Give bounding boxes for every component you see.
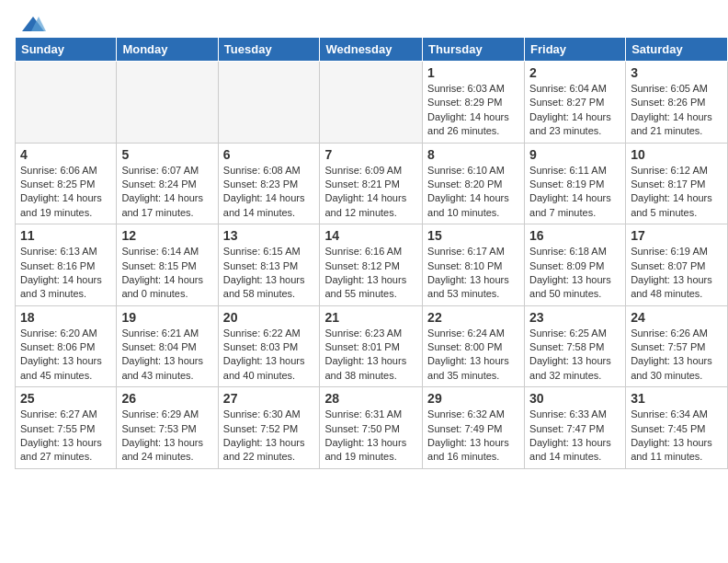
day-cell [218, 62, 320, 144]
day-cell: 4Sunrise: 6:06 AM Sunset: 8:25 PM Daylig… [16, 143, 117, 224]
day-header-monday: Monday [117, 38, 218, 62]
day-cell: 6Sunrise: 6:08 AM Sunset: 8:23 PM Daylig… [218, 143, 320, 224]
day-cell: 26Sunrise: 6:29 AM Sunset: 7:53 PM Dayli… [117, 387, 218, 469]
day-cell: 21Sunrise: 6:23 AM Sunset: 8:01 PM Dayli… [320, 305, 423, 387]
day-number: 18 [20, 310, 111, 325]
day-info: Sunrise: 6:12 AM Sunset: 8:17 PM Dayligh… [631, 164, 722, 221]
day-info: Sunrise: 6:09 AM Sunset: 8:21 PM Dayligh… [324, 164, 417, 221]
day-cell: 2Sunrise: 6:04 AM Sunset: 8:27 PM Daylig… [525, 62, 626, 144]
week-row-2: 4Sunrise: 6:06 AM Sunset: 8:25 PM Daylig… [16, 143, 728, 224]
day-info: Sunrise: 6:21 AM Sunset: 8:04 PM Dayligh… [121, 327, 212, 384]
day-cell: 8Sunrise: 6:10 AM Sunset: 8:20 PM Daylig… [423, 143, 525, 224]
day-number: 23 [529, 310, 620, 325]
header [0, 0, 728, 37]
day-number: 8 [427, 147, 519, 162]
day-info: Sunrise: 6:14 AM Sunset: 8:15 PM Dayligh… [121, 245, 212, 302]
day-cell: 25Sunrise: 6:27 AM Sunset: 7:55 PM Dayli… [16, 387, 117, 469]
day-number: 16 [529, 228, 620, 243]
day-number: 30 [529, 391, 620, 406]
day-cell: 17Sunrise: 6:19 AM Sunset: 8:07 PM Dayli… [626, 224, 728, 306]
day-info: Sunrise: 6:25 AM Sunset: 7:58 PM Dayligh… [529, 327, 620, 384]
day-cell: 27Sunrise: 6:30 AM Sunset: 7:52 PM Dayli… [218, 387, 320, 469]
day-info: Sunrise: 6:33 AM Sunset: 7:47 PM Dayligh… [529, 408, 620, 465]
week-row-5: 25Sunrise: 6:27 AM Sunset: 7:55 PM Dayli… [16, 387, 728, 469]
day-number: 11 [20, 228, 111, 243]
day-info: Sunrise: 6:03 AM Sunset: 8:29 PM Dayligh… [427, 82, 519, 139]
logo-icon [20, 15, 46, 33]
day-number: 19 [121, 310, 212, 325]
day-header-saturday: Saturday [626, 38, 728, 62]
day-cell: 19Sunrise: 6:21 AM Sunset: 8:04 PM Dayli… [117, 305, 218, 387]
day-info: Sunrise: 6:13 AM Sunset: 8:16 PM Dayligh… [20, 245, 111, 302]
day-cell: 11Sunrise: 6:13 AM Sunset: 8:16 PM Dayli… [16, 224, 117, 306]
logo [18, 15, 46, 29]
day-cell: 23Sunrise: 6:25 AM Sunset: 7:58 PM Dayli… [525, 305, 626, 387]
day-header-wednesday: Wednesday [320, 38, 423, 62]
day-number: 5 [121, 147, 212, 162]
day-info: Sunrise: 6:32 AM Sunset: 7:49 PM Dayligh… [427, 408, 519, 465]
day-info: Sunrise: 6:05 AM Sunset: 8:26 PM Dayligh… [631, 82, 722, 139]
day-cell: 3Sunrise: 6:05 AM Sunset: 8:26 PM Daylig… [626, 62, 728, 144]
day-info: Sunrise: 6:30 AM Sunset: 7:52 PM Dayligh… [223, 408, 315, 465]
day-cell [16, 62, 117, 144]
day-info: Sunrise: 6:20 AM Sunset: 8:06 PM Dayligh… [20, 327, 111, 384]
calendar-table: SundayMondayTuesdayWednesdayThursdayFrid… [15, 37, 728, 469]
day-info: Sunrise: 6:22 AM Sunset: 8:03 PM Dayligh… [223, 327, 315, 384]
day-info: Sunrise: 6:08 AM Sunset: 8:23 PM Dayligh… [223, 164, 315, 221]
day-number: 14 [324, 228, 417, 243]
day-cell: 12Sunrise: 6:14 AM Sunset: 8:15 PM Dayli… [117, 224, 218, 306]
day-cell: 14Sunrise: 6:16 AM Sunset: 8:12 PM Dayli… [320, 224, 423, 306]
day-cell: 10Sunrise: 6:12 AM Sunset: 8:17 PM Dayli… [626, 143, 728, 224]
page-container: SundayMondayTuesdayWednesdayThursdayFrid… [0, 0, 728, 477]
day-number: 26 [121, 391, 212, 406]
day-header-thursday: Thursday [423, 38, 525, 62]
day-info: Sunrise: 6:34 AM Sunset: 7:45 PM Dayligh… [631, 408, 722, 465]
day-number: 3 [631, 65, 722, 80]
day-number: 6 [223, 147, 315, 162]
week-row-1: 1Sunrise: 6:03 AM Sunset: 8:29 PM Daylig… [16, 62, 728, 144]
day-header-tuesday: Tuesday [218, 38, 320, 62]
day-cell: 29Sunrise: 6:32 AM Sunset: 7:49 PM Dayli… [423, 387, 525, 469]
day-number: 24 [631, 310, 722, 325]
day-header-friday: Friday [525, 38, 626, 62]
day-number: 12 [121, 228, 212, 243]
day-cell: 20Sunrise: 6:22 AM Sunset: 8:03 PM Dayli… [218, 305, 320, 387]
day-info: Sunrise: 6:27 AM Sunset: 7:55 PM Dayligh… [20, 408, 111, 465]
day-cell: 15Sunrise: 6:17 AM Sunset: 8:10 PM Dayli… [423, 224, 525, 306]
day-info: Sunrise: 6:11 AM Sunset: 8:19 PM Dayligh… [529, 164, 620, 221]
day-number: 21 [324, 310, 417, 325]
day-info: Sunrise: 6:06 AM Sunset: 8:25 PM Dayligh… [20, 164, 111, 221]
day-number: 2 [529, 65, 620, 80]
day-number: 4 [20, 147, 111, 162]
day-cell: 7Sunrise: 6:09 AM Sunset: 8:21 PM Daylig… [320, 143, 423, 224]
week-row-4: 18Sunrise: 6:20 AM Sunset: 8:06 PM Dayli… [16, 305, 728, 387]
day-number: 13 [223, 228, 315, 243]
day-info: Sunrise: 6:18 AM Sunset: 8:09 PM Dayligh… [529, 245, 620, 302]
day-info: Sunrise: 6:29 AM Sunset: 7:53 PM Dayligh… [121, 408, 212, 465]
day-cell: 5Sunrise: 6:07 AM Sunset: 8:24 PM Daylig… [117, 143, 218, 224]
day-info: Sunrise: 6:07 AM Sunset: 8:24 PM Dayligh… [121, 164, 212, 221]
day-number: 9 [529, 147, 620, 162]
day-info: Sunrise: 6:16 AM Sunset: 8:12 PM Dayligh… [324, 245, 417, 302]
day-cell: 16Sunrise: 6:18 AM Sunset: 8:09 PM Dayli… [525, 224, 626, 306]
day-cell: 22Sunrise: 6:24 AM Sunset: 8:00 PM Dayli… [423, 305, 525, 387]
day-cell: 28Sunrise: 6:31 AM Sunset: 7:50 PM Dayli… [320, 387, 423, 469]
day-number: 31 [631, 391, 722, 406]
day-number: 10 [631, 147, 722, 162]
day-info: Sunrise: 6:23 AM Sunset: 8:01 PM Dayligh… [324, 327, 417, 384]
day-cell: 18Sunrise: 6:20 AM Sunset: 8:06 PM Dayli… [16, 305, 117, 387]
day-info: Sunrise: 6:10 AM Sunset: 8:20 PM Dayligh… [427, 164, 519, 221]
day-cell [117, 62, 218, 144]
day-cell: 1Sunrise: 6:03 AM Sunset: 8:29 PM Daylig… [423, 62, 525, 144]
day-cell: 31Sunrise: 6:34 AM Sunset: 7:45 PM Dayli… [626, 387, 728, 469]
calendar-container: SundayMondayTuesdayWednesdayThursdayFrid… [0, 37, 728, 477]
day-cell: 9Sunrise: 6:11 AM Sunset: 8:19 PM Daylig… [525, 143, 626, 224]
day-number: 15 [427, 228, 519, 243]
day-header-sunday: Sunday [16, 38, 117, 62]
day-number: 29 [427, 391, 519, 406]
day-cell: 13Sunrise: 6:15 AM Sunset: 8:13 PM Dayli… [218, 224, 320, 306]
day-number: 27 [223, 391, 315, 406]
day-number: 22 [427, 310, 519, 325]
day-info: Sunrise: 6:31 AM Sunset: 7:50 PM Dayligh… [324, 408, 417, 465]
day-number: 1 [427, 65, 519, 80]
